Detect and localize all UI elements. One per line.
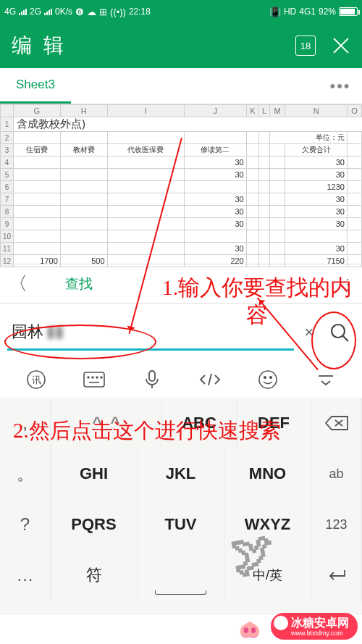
ime-toolbar: 讯 — [0, 361, 362, 398]
cell[interactable]: 30 — [285, 218, 348, 230]
cell-badge[interactable]: 18 — [295, 35, 316, 56]
svg-rect-11 — [149, 371, 155, 381]
col-o[interactable]: O — [347, 105, 361, 117]
col-k[interactable]: K — [246, 105, 258, 117]
key-space[interactable]: 🕊 — [138, 550, 224, 601]
cell[interactable]: 1700 — [14, 255, 61, 267]
cell[interactable]: 30 — [185, 243, 247, 255]
key-def[interactable]: DEF — [237, 398, 311, 448]
search-row: 园林 ▮▮ × — [0, 304, 362, 361]
cell[interactable]: 30 — [185, 156, 247, 169]
key-ab[interactable]: ab — [311, 448, 362, 499]
clock: 22:18 — [129, 7, 151, 17]
page-title: 编 辑 — [12, 32, 67, 59]
hd-label: HD — [284, 7, 296, 17]
svg-rect-4 — [84, 372, 104, 387]
close-icon[interactable] — [330, 35, 350, 56]
status-bar: 4G 2G 0K/s ❻ ☁ ⊞ ((•)) 22:18 📳 HD 4G1 92… — [0, 0, 362, 23]
crane-decoration: 🕊 — [227, 525, 279, 582]
ime-logo-icon[interactable]: 讯 — [14, 369, 58, 390]
svg-point-14 — [259, 371, 277, 388]
svg-point-7 — [92, 377, 93, 378]
hdr-g[interactable]: 住宿费 — [14, 144, 61, 156]
keyboard-icon[interactable] — [72, 372, 116, 388]
hdr-i[interactable]: 代收医保费 — [107, 144, 185, 156]
watermark-mascot: 🐽 — [239, 619, 261, 640]
corner-cell — [1, 105, 14, 117]
title-cell[interactable]: 含成教校外点) — [14, 117, 362, 132]
network-3: 4G1 — [299, 7, 316, 17]
tabs-more-icon[interactable]: ••• — [319, 68, 362, 104]
back-icon[interactable]: 〈 — [0, 271, 36, 296]
cell[interactable]: 30 — [185, 193, 247, 206]
key-tuv[interactable]: TUV — [138, 499, 224, 550]
col-i[interactable]: I — [107, 105, 185, 117]
cell[interactable]: 30 — [285, 193, 348, 206]
find-label[interactable]: 查找 — [36, 275, 333, 293]
key-jkl[interactable]: JKL — [138, 448, 224, 499]
svg-point-8 — [96, 377, 98, 378]
key-abc[interactable]: ABC — [162, 398, 237, 448]
cell[interactable]: 1230 — [285, 181, 348, 193]
cell[interactable]: 500 — [60, 255, 107, 267]
col-m[interactable]: M — [270, 105, 285, 117]
app-bar: 编 辑 18 — [0, 23, 362, 68]
col-h[interactable]: H — [60, 105, 107, 117]
search-icon[interactable] — [324, 317, 355, 348]
search-value: 园林 — [12, 321, 43, 343]
cell[interactable]: 30 — [185, 206, 247, 218]
key-question[interactable]: ? — [0, 499, 51, 550]
key-mno[interactable]: MNO — [224, 448, 311, 499]
tab-sheet3[interactable]: Sheet3 — [0, 68, 71, 104]
svg-point-9 — [101, 377, 102, 378]
find-menu-icon[interactable]: ⋮ — [333, 275, 362, 293]
key-comma[interactable]: , — [0, 398, 51, 448]
key-123[interactable]: 123 — [311, 499, 362, 550]
find-bar: 〈 查找 ⋮ — [0, 264, 362, 304]
app-icon: ⊞ — [99, 7, 107, 17]
signal-bars-1 — [19, 8, 27, 15]
network-1: 4G — [4, 7, 16, 17]
battery-pct: 92% — [319, 7, 336, 17]
emoji-icon[interactable] — [246, 369, 290, 390]
svg-line-13 — [209, 374, 211, 385]
cell[interactable]: 30 — [285, 243, 348, 255]
col-j[interactable]: J — [185, 105, 247, 117]
mic-icon[interactable] — [130, 369, 174, 390]
cell[interactable]: 7150 — [285, 255, 348, 267]
vibrate-icon: 📳 — [269, 7, 281, 17]
key-enter[interactable] — [311, 550, 362, 601]
key-symbol[interactable]: 符 — [51, 550, 138, 601]
key-ghi[interactable]: GHI — [51, 448, 138, 499]
key-divider: ^_^ — [51, 398, 162, 448]
unit-label[interactable]: 单位：元 — [270, 132, 348, 144]
clear-icon[interactable]: × — [298, 323, 320, 342]
hdr-j[interactable]: 修读第二 — [185, 144, 247, 156]
collapse-icon[interactable] — [304, 372, 348, 387]
cell[interactable]: 220 — [185, 255, 247, 267]
code-icon[interactable] — [188, 371, 232, 388]
network-2: 2G — [30, 7, 41, 17]
spreadsheet[interactable]: G H I J K L M N O 1含成教校外点) 2单位：元 3 住宿费 教… — [0, 104, 362, 264]
cell[interactable]: 30 — [285, 169, 348, 181]
cell[interactable]: 30 — [285, 156, 348, 169]
col-l[interactable]: L — [259, 105, 270, 117]
hotspot-icon: ((•)) — [110, 7, 126, 17]
sheet-tabs: Sheet3 ••• — [0, 68, 362, 104]
col-n[interactable]: N — [285, 105, 348, 117]
col-g[interactable]: G — [14, 105, 61, 117]
hdr-n[interactable]: 欠费合计 — [285, 144, 348, 156]
battery-icon — [339, 7, 358, 16]
key-ellipsis[interactable]: … — [0, 550, 51, 601]
search-input[interactable]: 园林 ▮▮ — [7, 314, 294, 351]
cell[interactable]: 30 — [185, 218, 247, 230]
cell[interactable]: 30 — [185, 169, 247, 181]
key-pqrs[interactable]: PQRS — [51, 499, 138, 550]
hdr-h[interactable]: 教材费 — [60, 144, 107, 156]
key-backspace[interactable] — [311, 398, 362, 448]
key-period[interactable]: 。 — [0, 448, 51, 499]
svg-line-1 — [343, 336, 348, 341]
svg-point-0 — [332, 325, 345, 338]
cell[interactable]: 30 — [285, 206, 348, 218]
signal-bars-2 — [44, 8, 52, 15]
